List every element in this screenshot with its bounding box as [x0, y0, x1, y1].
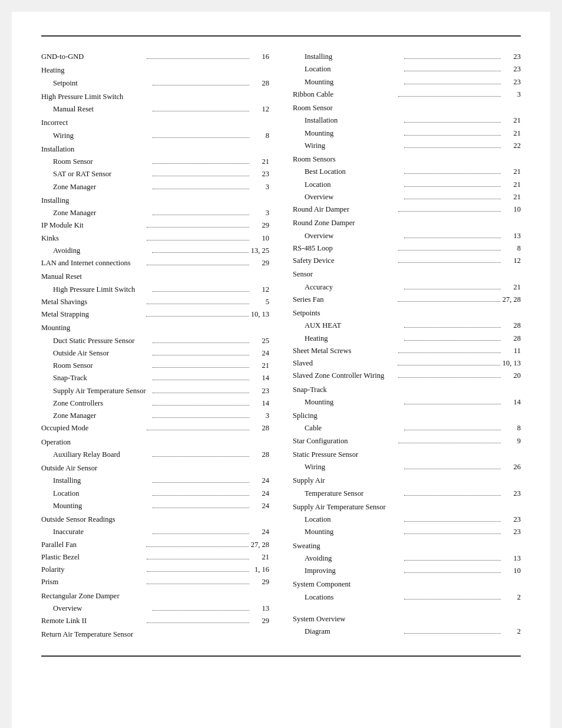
- entry-page: 24: [252, 487, 269, 500]
- entry-page: 21: [503, 179, 521, 191]
- entry-page: 12: [503, 255, 521, 267]
- index-columns: GND-to-GND16HeatingSetpoint28High Pressu…: [41, 51, 521, 641]
- entry-page: 2: [503, 591, 521, 604]
- entry-page: 23: [252, 385, 269, 397]
- index-entry: Metal Shavings5: [41, 296, 269, 308]
- entry-text: Mounting: [305, 526, 402, 538]
- entry-dots: [404, 495, 501, 496]
- entry-text: Wiring: [53, 130, 150, 142]
- index-entry: Avoiding13, 25: [41, 245, 269, 257]
- index-entry: GND-to-GND16: [41, 51, 269, 63]
- entry-text: Wiring: [305, 461, 402, 473]
- entry-page: 9: [503, 435, 521, 447]
- entry-page: 24: [252, 347, 269, 360]
- entry-text: Kinks: [41, 232, 144, 245]
- entry-text: Slaved: [293, 357, 395, 370]
- entry-text: Metal Strapping: [41, 308, 144, 321]
- entry-dots: [404, 327, 501, 328]
- entry-page: 28: [503, 332, 521, 345]
- index-entry: Diagram2: [293, 625, 521, 638]
- entry-page: 28: [503, 319, 521, 332]
- entry-dots: [153, 456, 250, 457]
- index-entry: LAN and Internet connections29: [41, 257, 269, 269]
- entry-dots: [404, 633, 501, 634]
- index-heading: Splicing: [293, 410, 521, 422]
- entry-dots: [153, 355, 250, 355]
- index-entry: Room Sensor21: [41, 156, 269, 168]
- index-heading: Installation: [41, 143, 269, 156]
- heading-text: Supply Air Temperature Sensor: [293, 501, 521, 513]
- entry-text: Zone Manager: [53, 410, 150, 422]
- entry-page: 10, 13: [251, 308, 269, 321]
- entry-page: 8: [252, 130, 269, 142]
- heading-text: Setpoints: [293, 307, 521, 319]
- entry-text: Room Sensor: [53, 360, 150, 372]
- index-entry: Setpoint28: [41, 77, 269, 90]
- entry-page: 13: [503, 552, 521, 565]
- index-heading: High Pressure Limit Switch: [41, 91, 269, 103]
- index-entry: Overview13: [293, 230, 521, 242]
- entry-dots: [153, 215, 250, 215]
- entry-page: 13, 25: [251, 245, 269, 257]
- entry-dots: [153, 111, 250, 111]
- entry-dots: [398, 211, 501, 212]
- index-entry: IP Module Kit29: [41, 219, 269, 232]
- heading-text: System Component: [293, 578, 521, 591]
- index-heading: Sensor: [293, 268, 521, 281]
- heading-text: Installation: [41, 143, 269, 156]
- entry-text: Overview: [305, 191, 402, 203]
- heading-text: Round Zone Damper: [293, 217, 521, 229]
- heading-text: Outside Air Sensor: [41, 462, 269, 475]
- entry-dots: [398, 377, 501, 378]
- index-entry: Slaved10, 13: [293, 357, 521, 370]
- entry-page: 13: [252, 602, 269, 615]
- entry-dots: [404, 533, 501, 534]
- entry-page: 5: [252, 296, 269, 308]
- entry-page: 29: [252, 615, 269, 627]
- entry-dots: [404, 469, 501, 469]
- index-heading: Manual Reset: [41, 271, 269, 283]
- entry-page: 23: [503, 51, 521, 63]
- entry-dots: [404, 521, 501, 522]
- index-heading: Outside Sensor Readings: [41, 513, 269, 526]
- entry-page: 3: [503, 88, 521, 101]
- entry-text: High Pressure Limit Switch: [53, 284, 150, 296]
- index-entry: Wiring26: [293, 461, 521, 473]
- entry-text: Snap-Track: [53, 372, 150, 384]
- heading-text: Installing: [41, 195, 269, 207]
- bottom-rule: [41, 655, 521, 657]
- entry-dots: [153, 85, 250, 85]
- entry-text: Inaccurate: [53, 526, 150, 538]
- index-entry: Star Configuration9: [293, 435, 521, 447]
- heading-text: Heating: [41, 64, 269, 77]
- entry-page: 14: [503, 396, 521, 409]
- entry-page: 23: [503, 513, 521, 526]
- entry-text: Safety Device: [293, 255, 396, 267]
- entry-page: 10: [503, 565, 521, 577]
- entry-page: 28: [252, 449, 269, 461]
- entry-text: GND-to-GND: [41, 51, 144, 63]
- entry-text: Duct Static Pressure Sensor: [53, 335, 150, 347]
- entry-dots: [404, 238, 501, 238]
- entry-text: Accuracy: [305, 281, 402, 294]
- right-column: Installing23Location23Mounting23Ribbon C…: [293, 51, 521, 641]
- entry-text: Star Configuration: [293, 435, 396, 447]
- entry-dots: [404, 289, 501, 289]
- entry-dots: [146, 546, 249, 547]
- heading-text: High Pressure Limit Switch: [41, 91, 269, 103]
- entry-page: 23: [252, 168, 269, 180]
- index-entry: Manual Reset12: [41, 103, 269, 116]
- index-entry: Wiring8: [41, 130, 269, 142]
- entry-dots: [153, 417, 250, 418]
- entry-page: 20: [503, 370, 521, 382]
- entry-text: Manual Reset: [53, 103, 150, 116]
- index-entry: Snap-Track14: [41, 372, 269, 384]
- index-entry: Overview13: [41, 602, 269, 615]
- index-entry: Kinks10: [41, 232, 269, 245]
- entry-page: 16: [252, 51, 269, 63]
- index-entry: Zone Manager3: [41, 410, 269, 422]
- entry-text: Avoiding: [305, 552, 402, 565]
- entry-page: 29: [252, 257, 269, 269]
- entry-page: 24: [252, 500, 269, 512]
- entry-dots: [147, 265, 250, 265]
